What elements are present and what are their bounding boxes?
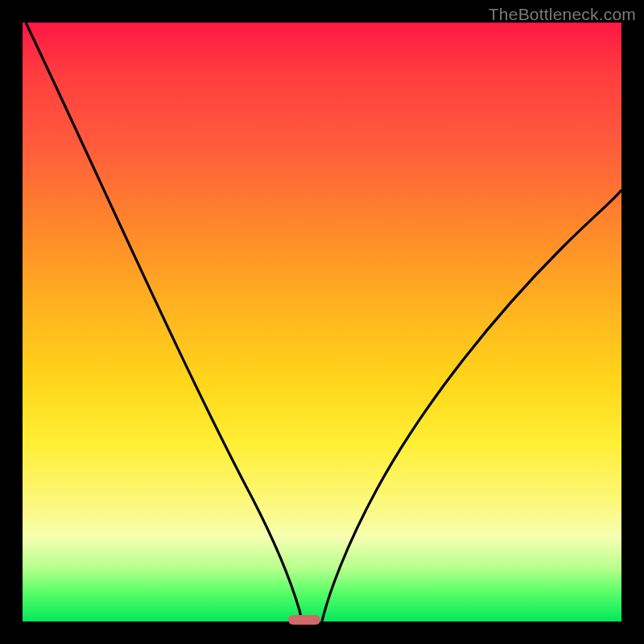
watermark-text: TheBottleneck.com — [489, 5, 636, 24]
left-curve — [26, 23, 302, 621]
right-curve — [322, 190, 621, 621]
chart-frame: TheBottleneck.com — [0, 0, 644, 644]
plot-area — [23, 23, 621, 621]
bottleneck-marker — [288, 615, 320, 625]
curve-layer — [23, 23, 621, 621]
